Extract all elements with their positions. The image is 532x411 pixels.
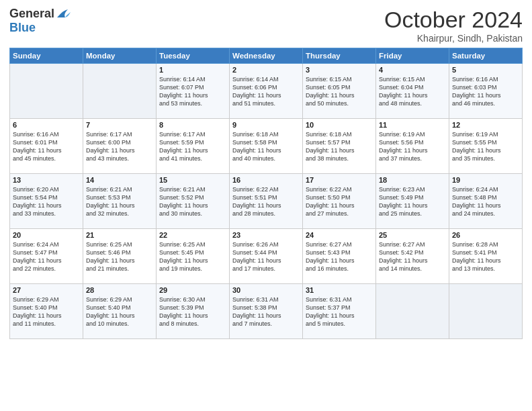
calendar-cell: 10Sunrise: 6:18 AM Sunset: 5:57 PM Dayli… xyxy=(303,119,376,174)
day-number: 16 xyxy=(232,176,300,184)
calendar-cell: 3Sunrise: 6:15 AM Sunset: 6:05 PM Daylig… xyxy=(303,64,376,119)
col-thursday: Thursday xyxy=(303,48,376,64)
cell-text: Sunrise: 6:14 AM Sunset: 6:06 PM Dayligh… xyxy=(232,75,300,108)
calendar-cell: 25Sunrise: 6:27 AM Sunset: 5:42 PM Dayli… xyxy=(376,229,449,284)
cell-text: Sunrise: 6:28 AM Sunset: 5:41 PM Dayligh… xyxy=(452,240,519,273)
calendar-cell: 12Sunrise: 6:19 AM Sunset: 5:55 PM Dayli… xyxy=(449,119,523,174)
cell-text: Sunrise: 6:18 AM Sunset: 5:58 PM Dayligh… xyxy=(232,130,300,163)
cell-text: Sunrise: 6:25 AM Sunset: 5:45 PM Dayligh… xyxy=(159,240,226,273)
col-friday: Friday xyxy=(376,48,449,64)
cell-text: Sunrise: 6:22 AM Sunset: 5:50 PM Dayligh… xyxy=(306,185,373,218)
calendar-cell: 11Sunrise: 6:19 AM Sunset: 5:56 PM Dayli… xyxy=(376,119,449,174)
month-title: October 2024 xyxy=(384,7,523,33)
calendar-cell: 21Sunrise: 6:25 AM Sunset: 5:46 PM Dayli… xyxy=(83,229,157,284)
calendar-cell: 1Sunrise: 6:14 AM Sunset: 6:07 PM Daylig… xyxy=(157,64,230,119)
calendar-body: 1Sunrise: 6:14 AM Sunset: 6:07 PM Daylig… xyxy=(10,64,523,339)
calendar-cell: 20Sunrise: 6:24 AM Sunset: 5:47 PM Dayli… xyxy=(10,229,83,284)
calendar-week-row: 6Sunrise: 6:16 AM Sunset: 6:01 PM Daylig… xyxy=(10,119,523,174)
cell-text: Sunrise: 6:18 AM Sunset: 5:57 PM Dayligh… xyxy=(306,130,373,163)
cell-text: Sunrise: 6:21 AM Sunset: 5:53 PM Dayligh… xyxy=(86,185,153,218)
calendar-cell: 19Sunrise: 6:24 AM Sunset: 5:48 PM Dayli… xyxy=(449,174,523,229)
cell-text: Sunrise: 6:25 AM Sunset: 5:46 PM Dayligh… xyxy=(86,240,153,273)
cell-text: Sunrise: 6:19 AM Sunset: 5:55 PM Dayligh… xyxy=(452,130,519,163)
calendar-cell: 15Sunrise: 6:21 AM Sunset: 5:52 PM Dayli… xyxy=(157,174,230,229)
day-number: 9 xyxy=(232,121,300,129)
day-number: 14 xyxy=(86,176,153,184)
col-sunday: Sunday xyxy=(10,48,83,64)
calendar-cell: 31Sunrise: 6:31 AM Sunset: 5:37 PM Dayli… xyxy=(303,284,376,339)
logo-blue: Blue xyxy=(9,21,36,35)
col-monday: Monday xyxy=(83,48,157,64)
day-number: 26 xyxy=(452,231,519,239)
day-number: 8 xyxy=(159,121,226,129)
cell-text: Sunrise: 6:31 AM Sunset: 5:37 PM Dayligh… xyxy=(306,295,373,328)
calendar-cell xyxy=(10,64,83,119)
logo-general: General xyxy=(9,7,54,21)
cell-text: Sunrise: 6:24 AM Sunset: 5:47 PM Dayligh… xyxy=(13,240,80,273)
day-number: 1 xyxy=(159,66,226,74)
calendar-cell: 7Sunrise: 6:17 AM Sunset: 6:00 PM Daylig… xyxy=(83,119,157,174)
calendar-cell: 13Sunrise: 6:20 AM Sunset: 5:54 PM Dayli… xyxy=(10,174,83,229)
calendar-cell: 4Sunrise: 6:15 AM Sunset: 6:04 PM Daylig… xyxy=(376,64,449,119)
day-number: 10 xyxy=(306,121,373,129)
calendar-cell: 23Sunrise: 6:26 AM Sunset: 5:44 PM Dayli… xyxy=(230,229,303,284)
cell-text: Sunrise: 6:27 AM Sunset: 5:42 PM Dayligh… xyxy=(379,240,446,273)
calendar-week-row: 13Sunrise: 6:20 AM Sunset: 5:54 PM Dayli… xyxy=(10,174,523,229)
day-number: 21 xyxy=(86,231,153,239)
title-block: October 2024 Khairpur, Sindh, Pakistan xyxy=(384,7,523,44)
cell-text: Sunrise: 6:30 AM Sunset: 5:39 PM Dayligh… xyxy=(159,295,226,328)
calendar-cell: 18Sunrise: 6:23 AM Sunset: 5:49 PM Dayli… xyxy=(376,174,449,229)
cell-text: Sunrise: 6:16 AM Sunset: 6:03 PM Dayligh… xyxy=(452,75,519,108)
calendar-cell: 2Sunrise: 6:14 AM Sunset: 6:06 PM Daylig… xyxy=(230,64,303,119)
calendar-week-row: 20Sunrise: 6:24 AM Sunset: 5:47 PM Dayli… xyxy=(10,229,523,284)
day-number: 19 xyxy=(452,176,519,184)
calendar-cell xyxy=(83,64,157,119)
calendar-cell: 26Sunrise: 6:28 AM Sunset: 5:41 PM Dayli… xyxy=(449,229,523,284)
day-number: 4 xyxy=(379,66,446,74)
cell-text: Sunrise: 6:16 AM Sunset: 6:01 PM Dayligh… xyxy=(13,130,80,163)
calendar-week-row: 1Sunrise: 6:14 AM Sunset: 6:07 PM Daylig… xyxy=(10,64,523,119)
cell-text: Sunrise: 6:17 AM Sunset: 5:59 PM Dayligh… xyxy=(159,130,226,163)
cell-text: Sunrise: 6:15 AM Sunset: 6:04 PM Dayligh… xyxy=(379,75,446,108)
calendar-cell: 14Sunrise: 6:21 AM Sunset: 5:53 PM Dayli… xyxy=(83,174,157,229)
day-number: 12 xyxy=(452,121,519,129)
day-number: 2 xyxy=(232,66,300,74)
cell-text: Sunrise: 6:14 AM Sunset: 6:07 PM Dayligh… xyxy=(159,75,226,108)
cell-text: Sunrise: 6:26 AM Sunset: 5:44 PM Dayligh… xyxy=(232,240,300,273)
cell-text: Sunrise: 6:22 AM Sunset: 5:51 PM Dayligh… xyxy=(232,185,300,218)
calendar-cell: 8Sunrise: 6:17 AM Sunset: 5:59 PM Daylig… xyxy=(157,119,230,174)
calendar-cell: 29Sunrise: 6:30 AM Sunset: 5:39 PM Dayli… xyxy=(157,284,230,339)
day-number: 29 xyxy=(159,286,226,294)
cell-text: Sunrise: 6:21 AM Sunset: 5:52 PM Dayligh… xyxy=(159,185,226,218)
cell-text: Sunrise: 6:31 AM Sunset: 5:38 PM Dayligh… xyxy=(232,295,300,328)
logo-bird-icon xyxy=(56,8,71,20)
day-number: 24 xyxy=(306,231,373,239)
cell-text: Sunrise: 6:29 AM Sunset: 5:40 PM Dayligh… xyxy=(86,295,153,328)
cell-text: Sunrise: 6:17 AM Sunset: 6:00 PM Dayligh… xyxy=(86,130,153,163)
day-number: 11 xyxy=(379,121,446,129)
logo: General Blue xyxy=(9,7,71,35)
calendar-cell: 5Sunrise: 6:16 AM Sunset: 6:03 PM Daylig… xyxy=(449,64,523,119)
col-tuesday: Tuesday xyxy=(157,48,230,64)
day-number: 5 xyxy=(452,66,519,74)
col-saturday: Saturday xyxy=(449,48,523,64)
calendar-cell: 17Sunrise: 6:22 AM Sunset: 5:50 PM Dayli… xyxy=(303,174,376,229)
day-number: 3 xyxy=(306,66,373,74)
col-wednesday: Wednesday xyxy=(230,48,303,64)
day-number: 18 xyxy=(379,176,446,184)
calendar-cell: 28Sunrise: 6:29 AM Sunset: 5:40 PM Dayli… xyxy=(83,284,157,339)
calendar-header: Sunday Monday Tuesday Wednesday Thursday… xyxy=(10,48,523,64)
day-number: 15 xyxy=(159,176,226,184)
day-number: 6 xyxy=(13,121,80,129)
calendar-cell: 24Sunrise: 6:27 AM Sunset: 5:43 PM Dayli… xyxy=(303,229,376,284)
day-number: 7 xyxy=(86,121,153,129)
calendar-cell: 22Sunrise: 6:25 AM Sunset: 5:45 PM Dayli… xyxy=(157,229,230,284)
day-number: 28 xyxy=(86,286,153,294)
weekday-header-row: Sunday Monday Tuesday Wednesday Thursday… xyxy=(10,48,523,64)
day-number: 30 xyxy=(232,286,300,294)
location-subtitle: Khairpur, Sindh, Pakistan xyxy=(384,33,523,44)
day-number: 25 xyxy=(379,231,446,239)
calendar-cell: 27Sunrise: 6:29 AM Sunset: 5:40 PM Dayli… xyxy=(10,284,83,339)
day-number: 27 xyxy=(13,286,80,294)
page-header: General Blue October 2024 Khairpur, Sind… xyxy=(9,7,523,44)
